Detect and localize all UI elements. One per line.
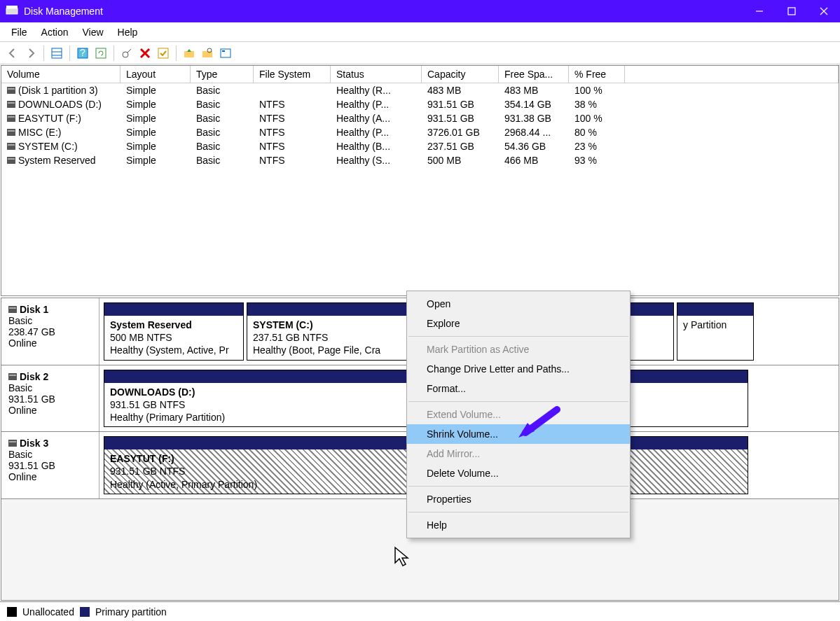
- delete-icon[interactable]: [137, 45, 153, 62]
- table-row[interactable]: (Disk 1 partition 3)SimpleBasicHealthy (…: [1, 83, 839, 97]
- context-menu-item[interactable]: Format...: [407, 379, 630, 398]
- legend-swatch-primary: [80, 607, 90, 617]
- volume-name: SYSTEM (C:): [18, 141, 78, 152]
- cell-status: Healthy (R...: [331, 83, 422, 97]
- context-menu-item[interactable]: Shrink Volume...: [407, 424, 630, 444]
- help-icon[interactable]: ?: [74, 45, 91, 62]
- table-row[interactable]: SYSTEM (C:)SimpleBasicNTFSHealthy (B...2…: [1, 139, 839, 153]
- cell-type: Basic: [191, 97, 254, 111]
- partition-block[interactable]: System Reserved500 MB NTFSHealthy (Syste…: [104, 302, 244, 361]
- context-menu-item[interactable]: Help: [407, 515, 630, 535]
- cell-status: Healthy (P...: [331, 97, 422, 111]
- disk-status: Online: [8, 471, 92, 482]
- svg-rect-0: [6, 8, 18, 14]
- legend: Unallocated Primary partition: [0, 601, 840, 621]
- folder-up-icon[interactable]: [181, 45, 198, 62]
- context-menu-item: Extend Volume...: [407, 405, 630, 424]
- cell-capacity: 237.51 GB: [422, 139, 499, 153]
- disk-icon: [8, 373, 17, 380]
- properties-icon[interactable]: [217, 45, 234, 62]
- svg-rect-3: [788, 8, 795, 15]
- partition-header: [677, 303, 753, 316]
- cell-fs: NTFS: [254, 139, 331, 153]
- col-free[interactable]: Free Spa...: [499, 66, 569, 83]
- col-status[interactable]: Status: [331, 66, 422, 83]
- cell-pct: 100 %: [569, 111, 625, 125]
- context-menu-item[interactable]: Explore: [407, 314, 630, 333]
- disk-info[interactable]: Disk 1Basic238.47 GBOnline: [1, 298, 99, 365]
- close-button[interactable]: [808, 0, 840, 22]
- cell-free: 354.14 GB: [499, 97, 569, 111]
- context-menu-item[interactable]: Properties: [407, 489, 630, 509]
- cell-capacity: 500 MB: [422, 153, 499, 167]
- cell-free: 466 MB: [499, 153, 569, 167]
- cell-fs: NTFS: [254, 125, 331, 139]
- context-menu-separator: [408, 336, 628, 337]
- cell-capacity: 3726.01 GB: [422, 125, 499, 139]
- menu-action[interactable]: Action: [34, 25, 76, 39]
- svg-point-12: [123, 52, 128, 57]
- maximize-button[interactable]: [776, 0, 808, 22]
- back-button[interactable]: [4, 45, 21, 62]
- cell-free: 483 MB: [499, 83, 569, 97]
- cell-layout: Simple: [121, 83, 191, 97]
- check-icon[interactable]: [155, 45, 172, 62]
- menu-help[interactable]: Help: [111, 25, 145, 39]
- col-pct[interactable]: % Free: [569, 66, 625, 83]
- disk-type: Basic: [8, 382, 92, 393]
- partition-block[interactable]: y Partition: [677, 302, 754, 361]
- disk-status: Online: [8, 337, 92, 349]
- disk-icon: [7, 129, 15, 136]
- partition-size: 500 MB NTFS: [110, 331, 237, 344]
- svg-rect-20: [221, 49, 230, 57]
- disk-info[interactable]: Disk 2Basic931.51 GBOnline: [1, 365, 99, 432]
- svg-rect-1: [6, 6, 18, 8]
- titlebar: Disk Management: [0, 0, 840, 22]
- cell-type: Basic: [191, 153, 254, 167]
- col-type[interactable]: Type: [191, 66, 254, 83]
- cell-free: 54.36 GB: [499, 139, 569, 153]
- disk-icon: [7, 143, 15, 150]
- grid-icon[interactable]: [48, 45, 65, 62]
- window-title: Disk Management: [24, 6, 743, 17]
- minimize-button[interactable]: [743, 0, 776, 22]
- menu-file[interactable]: File: [4, 25, 34, 39]
- col-layout[interactable]: Layout: [121, 66, 191, 83]
- context-menu-separator: [408, 512, 628, 512]
- context-menu-item[interactable]: Open: [407, 294, 630, 314]
- table-row[interactable]: DOWNLOADS (D:)SimpleBasicNTFSHealthy (P.…: [1, 97, 839, 111]
- cell-layout: Simple: [121, 139, 191, 153]
- context-menu-item[interactable]: Delete Volume...: [407, 463, 630, 483]
- disk-icon: [7, 87, 15, 94]
- col-volume[interactable]: Volume: [1, 66, 121, 83]
- col-rest[interactable]: [625, 66, 839, 83]
- cell-pct: 93 %: [569, 153, 625, 167]
- cell-layout: Simple: [121, 153, 191, 167]
- table-row[interactable]: System ReservedSimpleBasicNTFSHealthy (S…: [1, 153, 839, 167]
- svg-text:?: ?: [80, 47, 85, 58]
- menu-view[interactable]: View: [75, 25, 110, 39]
- legend-swatch-unallocated: [7, 607, 17, 617]
- volume-name: (Disk 1 partition 3): [18, 85, 98, 96]
- disk-type: Basic: [8, 315, 92, 326]
- refresh-icon[interactable]: [92, 45, 109, 62]
- tool-action-1[interactable]: [118, 45, 135, 62]
- svg-rect-17: [184, 51, 194, 57]
- context-menu-item[interactable]: Change Drive Letter and Paths...: [407, 359, 630, 379]
- cell-layout: Simple: [121, 125, 191, 139]
- svg-rect-11: [96, 48, 106, 58]
- disk-name: Disk 1: [20, 304, 48, 315]
- cell-status: Healthy (A...: [331, 111, 422, 125]
- disk-size: 238.47 GB: [8, 326, 92, 337]
- disk-info[interactable]: Disk 3Basic931.51 GBOnline: [1, 432, 99, 498]
- cell-layout: Simple: [121, 97, 191, 111]
- table-row[interactable]: MISC (E:)SimpleBasicNTFSHealthy (P...372…: [1, 125, 839, 139]
- cell-fs: NTFS: [254, 153, 331, 167]
- col-capacity[interactable]: Capacity: [422, 66, 499, 83]
- forward-button[interactable]: [22, 45, 39, 62]
- cell-free: 931.38 GB: [499, 111, 569, 125]
- search-folder-icon[interactable]: [199, 45, 216, 62]
- cell-fs: [254, 83, 331, 97]
- col-fs[interactable]: File System: [254, 66, 331, 83]
- table-row[interactable]: EASYTUT (F:)SimpleBasicNTFSHealthy (A...…: [1, 111, 839, 125]
